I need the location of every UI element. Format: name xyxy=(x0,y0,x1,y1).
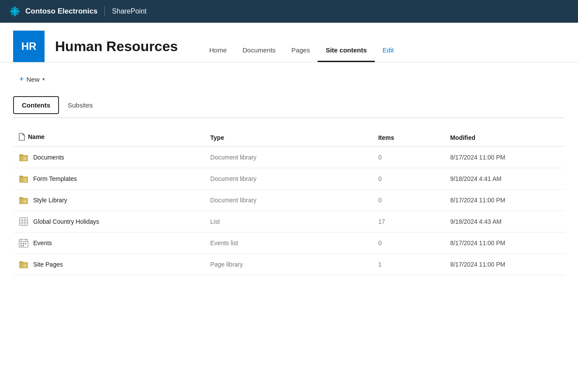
item-icon-1 xyxy=(18,173,29,184)
svg-rect-14 xyxy=(19,176,23,177)
svg-rect-32 xyxy=(25,243,26,244)
cell-modified-5: 8/17/2024 11:00 PM xyxy=(445,254,565,275)
col-header-modified: Modified xyxy=(445,128,565,147)
cell-modified-1: 9/18/2024 4:41 AM xyxy=(445,168,565,190)
cell-name-1: Form Templates xyxy=(13,168,205,190)
nav-home[interactable]: Home xyxy=(201,31,235,62)
table-row: Style Library Document library 0 8/17/20… xyxy=(13,190,565,211)
cell-items-0: 0 xyxy=(373,147,445,168)
svg-rect-31 xyxy=(23,243,24,244)
doc-header-icon xyxy=(18,133,25,141)
cell-items-3: 17 xyxy=(373,211,445,232)
item-type-2: Document library xyxy=(210,197,256,204)
item-type-4: Events list xyxy=(210,239,238,246)
tab-divider xyxy=(13,118,565,118)
contoso-icon xyxy=(9,5,21,17)
item-name-0[interactable]: Documents xyxy=(33,154,64,161)
item-icon-3 xyxy=(18,216,29,227)
main-content: + New ▾ Contents Subsites Name xyxy=(0,62,578,284)
item-count-4: 0 xyxy=(378,239,382,246)
site-nav: Home Documents Pages Site contents Edit xyxy=(201,31,401,62)
table-row: Form Templates Document library 0 9/18/2… xyxy=(13,168,565,190)
svg-rect-33 xyxy=(21,245,22,246)
item-count-3: 17 xyxy=(378,218,385,225)
svg-rect-36 xyxy=(19,261,23,263)
item-modified-0: 8/17/2024 11:00 PM xyxy=(450,154,505,161)
item-modified-1: 9/18/2024 4:41 AM xyxy=(450,175,502,182)
svg-rect-21 xyxy=(20,218,28,225)
cell-type-2: Document library xyxy=(205,190,373,211)
item-modified-5: 8/17/2024 11:00 PM xyxy=(450,261,505,268)
cell-items-5: 1 xyxy=(373,254,445,275)
cell-items-2: 0 xyxy=(373,190,445,211)
item-name-2[interactable]: Style Library xyxy=(33,197,67,204)
cell-type-4: Events list xyxy=(205,232,373,254)
item-count-5: 1 xyxy=(378,261,382,268)
cell-name-5: Site Pages xyxy=(13,254,205,275)
cell-items-4: 0 xyxy=(373,232,445,254)
table-row: Site Pages Page library 1 8/17/2024 11:0… xyxy=(13,254,565,275)
cell-name-0: Documents xyxy=(13,147,205,168)
col-header-name: Name xyxy=(13,128,205,147)
tabs: Contents Subsites xyxy=(13,96,565,114)
item-name-4[interactable]: Events xyxy=(33,239,52,246)
item-modified-4: 8/17/2024 11:00 PM xyxy=(450,239,505,246)
site-title: Human Resources xyxy=(55,38,178,55)
cell-name-3: Global Country Holidays xyxy=(13,211,205,232)
caret-icon: ▾ xyxy=(42,76,45,82)
site-header: HR Human Resources Home Documents Pages … xyxy=(0,23,578,62)
site-logo: HR xyxy=(13,31,45,62)
cell-modified-2: 8/17/2024 11:00 PM xyxy=(445,190,565,211)
top-bar: Contoso Electronics SharePoint xyxy=(0,0,578,23)
item-type-1: Document library xyxy=(210,175,256,182)
item-type-3: List xyxy=(210,218,220,225)
nav-edit[interactable]: Edit xyxy=(375,31,402,62)
col-header-type: Type xyxy=(205,128,373,147)
item-name-3[interactable]: Global Country Holidays xyxy=(33,218,99,225)
top-bar-divider xyxy=(104,6,105,17)
brand-logo[interactable]: Contoso Electronics xyxy=(9,5,97,17)
table-row: Global Country Holidays List 17 9/18/202… xyxy=(13,211,565,232)
item-count-0: 0 xyxy=(378,154,382,161)
cell-type-0: Document library xyxy=(205,147,373,168)
item-type-0: Document library xyxy=(210,154,256,161)
item-modified-3: 9/18/2024 4:43 AM xyxy=(450,218,502,225)
col-header-items: Items xyxy=(373,128,445,147)
nav-site-contents[interactable]: Site contents xyxy=(318,31,374,62)
svg-rect-34 xyxy=(23,245,24,246)
item-icon-4 xyxy=(18,238,29,248)
svg-rect-18 xyxy=(19,197,23,199)
item-name-5[interactable]: Site Pages xyxy=(33,261,63,268)
item-icon-2 xyxy=(18,195,29,205)
cell-type-5: Page library xyxy=(205,254,373,275)
tab-subsites[interactable]: Subsites xyxy=(59,96,102,114)
nav-documents[interactable]: Documents xyxy=(235,31,284,62)
new-button[interactable]: + New ▾ xyxy=(13,71,51,87)
cell-type-1: Document library xyxy=(205,168,373,190)
item-type-5: Page library xyxy=(210,261,243,268)
cell-modified-4: 8/17/2024 11:00 PM xyxy=(445,232,565,254)
item-modified-2: 8/17/2024 11:00 PM xyxy=(450,197,505,204)
cell-modified-0: 8/17/2024 11:00 PM xyxy=(445,147,565,168)
item-icon-5 xyxy=(18,259,29,270)
item-icon-0 xyxy=(18,152,29,163)
new-button-label: New xyxy=(27,76,40,83)
table-row: Events Events list 0 8/17/2024 11:00 PM xyxy=(13,232,565,254)
brand-name: Contoso Electronics xyxy=(25,7,97,16)
table-row: Documents Document library 0 8/17/2024 1… xyxy=(13,147,565,168)
svg-rect-10 xyxy=(19,154,23,156)
item-count-1: 0 xyxy=(378,175,382,182)
nav-pages[interactable]: Pages xyxy=(284,31,318,62)
cell-modified-3: 9/18/2024 4:43 AM xyxy=(445,211,565,232)
item-count-2: 0 xyxy=(378,197,382,204)
cell-name-4: Events xyxy=(13,232,205,254)
app-name: SharePoint xyxy=(112,7,146,15)
cell-items-1: 0 xyxy=(373,168,445,190)
cell-type-3: List xyxy=(205,211,373,232)
svg-rect-30 xyxy=(21,243,22,244)
cell-name-2: Style Library xyxy=(13,190,205,211)
tab-contents[interactable]: Contents xyxy=(13,96,59,114)
contents-table: Name Type Items Modified Documents xyxy=(13,128,565,275)
plus-icon: + xyxy=(19,75,24,84)
item-name-1[interactable]: Form Templates xyxy=(33,175,77,182)
